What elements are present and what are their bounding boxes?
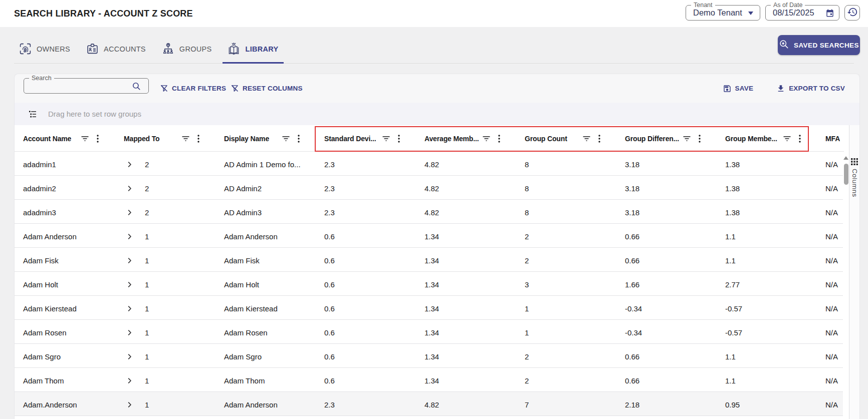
tab-groups[interactable]: GROUPS — [157, 35, 217, 63]
grid-header-row: Account Name Mapped To Display Name Stan… — [15, 125, 844, 152]
column-header-4[interactable]: Standard Devi... — [324, 125, 424, 152]
expand-chevron-icon[interactable] — [126, 401, 133, 408]
vertical-scrollbar[interactable] — [843, 152, 849, 419]
expand-chevron-icon[interactable] — [126, 161, 133, 168]
table-row-8[interactable]: Adam Rosen1Adam Rosen0.61.341-0.34-0.57N… — [15, 320, 844, 344]
cell: Adam Anderson — [224, 393, 324, 416]
as-of-date-field[interactable]: As of Date 08/15/2025 — [765, 5, 839, 21]
cell-value: 0.6 — [324, 376, 335, 385]
column-header-8[interactable]: Group Membe... — [725, 125, 825, 152]
column-header-3[interactable]: Display Name — [224, 125, 324, 152]
column-filter-icon[interactable] — [180, 135, 191, 142]
table-row-10[interactable]: Adam Thom1Adam Thom0.61.3420.661.1N/A — [15, 368, 844, 392]
tenant-select[interactable]: Tenant Demo Tenant — [686, 5, 760, 21]
table-row-6[interactable]: Adam Holt1Adam Holt0.61.3431.662.77N/A — [15, 272, 844, 296]
cell-value: 0.6 — [324, 304, 335, 313]
table-row-5[interactable]: Adam Fisk1Adam Fisk0.61.3420.661.1N/A — [15, 248, 844, 272]
column-filter-icon[interactable] — [79, 135, 90, 142]
cell: 0.6 — [324, 321, 424, 344]
calendar-icon[interactable] — [825, 9, 834, 18]
column-header-2[interactable]: Mapped To — [124, 125, 224, 152]
column-menu-icon[interactable] — [294, 135, 303, 143]
column-filter-icon[interactable] — [481, 135, 492, 142]
column-menu-icon[interactable] — [194, 135, 203, 143]
column-filter-icon[interactable] — [581, 135, 592, 142]
expand-chevron-icon[interactable] — [126, 185, 133, 192]
history-button[interactable] — [844, 5, 860, 21]
cell: Adam Rosen — [224, 321, 324, 344]
scrollbar-thumb[interactable] — [844, 164, 848, 185]
cell-value: 0.95 — [725, 400, 740, 409]
column-header-7[interactable]: Group Differen... — [625, 125, 725, 152]
cell-mapped-to: 1 — [124, 393, 224, 416]
expand-chevron-icon[interactable] — [126, 233, 133, 240]
column-menu-icon[interactable] — [495, 135, 504, 143]
cell-value: 0.6 — [324, 328, 335, 337]
active-tab-underline — [223, 62, 283, 64]
column-header-9[interactable]: MFA — [825, 125, 868, 152]
column-header-1[interactable]: Account Name — [23, 125, 123, 152]
column-menu-icon[interactable] — [93, 135, 102, 143]
columns-panel-tab[interactable]: Columns — [849, 158, 859, 197]
columns-panel-label: Columns — [851, 169, 858, 197]
column-header-label: MFA — [825, 135, 840, 143]
cell-value: AD Admin2 — [224, 184, 262, 193]
expand-chevron-icon[interactable] — [126, 281, 133, 288]
cell-value: 0.6 — [324, 352, 335, 361]
table-row-11[interactable]: Adam.Anderson1Adam Anderson2.34.8272.180… — [15, 392, 844, 416]
cell-value: N/A — [825, 208, 838, 217]
column-header-label: Group Differen... — [625, 135, 679, 143]
table-row-7[interactable]: Adam Kierstead1Adam Kierstead0.61.341-0.… — [15, 296, 844, 320]
table-row-9[interactable]: Adam Sgro1Adam Sgro0.61.3420.661.1N/A — [15, 344, 844, 368]
cell-value: adadmin2 — [23, 184, 56, 193]
tab-label: LIBRARY — [245, 45, 278, 53]
table-row-1[interactable]: adadmin12AD Admin 1 Demo fo...2.34.8283.… — [15, 152, 844, 176]
expand-chevron-icon[interactable] — [126, 305, 133, 312]
cell: Adam Holt — [23, 273, 123, 296]
table-row-4[interactable]: Adam Anderson1Adam Anderson0.61.3420.661… — [15, 224, 844, 248]
cell-value: 0.66 — [625, 376, 639, 385]
tab-library[interactable]: LIBRARY — [223, 35, 283, 63]
expand-chevron-icon[interactable] — [126, 353, 133, 360]
cell: Adam Sgro — [23, 345, 123, 368]
clear-filters-button[interactable]: CLEAR FILTERS — [160, 74, 226, 103]
cell: 8 — [525, 201, 625, 224]
column-menu-icon[interactable] — [394, 135, 403, 143]
column-filter-icon[interactable] — [681, 135, 692, 142]
expand-chevron-icon[interactable] — [126, 377, 133, 384]
column-filter-icon[interactable] — [781, 135, 792, 142]
clear-filters-label: CLEAR FILTERS — [172, 85, 226, 92]
tab-owners[interactable]: OWNERS — [14, 35, 75, 63]
reset-columns-button[interactable]: RESET COLUMNS — [231, 74, 303, 103]
cell-value: Adam Thom — [224, 376, 265, 385]
column-menu-icon[interactable] — [695, 135, 704, 143]
search-input[interactable] — [30, 79, 130, 93]
cell-value: 0.66 — [625, 256, 639, 265]
tab-accounts[interactable]: ACCOUNTS — [81, 35, 151, 63]
row-groups-icon — [29, 110, 37, 118]
column-menu-icon[interactable] — [795, 135, 804, 143]
table-row-2[interactable]: adadmin22AD Admin22.34.8283.181.38N/A — [15, 176, 844, 200]
scroll-up-arrow-icon[interactable] — [843, 156, 848, 160]
expand-chevron-icon[interactable] — [126, 257, 133, 264]
column-menu-icon[interactable] — [595, 135, 604, 143]
table-row-3[interactable]: adadmin32AD Admin32.34.8283.181.38N/A — [15, 200, 844, 224]
cell: 2.3 — [324, 177, 424, 200]
column-filter-icon[interactable] — [280, 135, 291, 142]
save-button[interactable]: SAVE — [723, 74, 754, 103]
expand-chevron-icon[interactable] — [126, 209, 133, 216]
saved-searches-button[interactable]: SAVED SEARCHES — [778, 35, 860, 55]
cell: 0.66 — [625, 225, 725, 248]
column-filter-icon[interactable] — [380, 135, 391, 142]
export-to-csv-button[interactable]: EXPORT TO CSV — [776, 74, 845, 103]
column-header-5[interactable]: Average Memb... — [424, 125, 525, 152]
cell: 0.66 — [625, 369, 725, 392]
expand-chevron-icon[interactable] — [126, 329, 133, 336]
column-header-label: Mapped To — [124, 135, 160, 143]
cell-value: 3 — [525, 280, 529, 289]
cell-value: 1 — [145, 352, 149, 361]
column-header-6[interactable]: Group Count — [525, 125, 625, 152]
cell: 3.18 — [625, 201, 725, 224]
cell: 1.38 — [725, 177, 825, 200]
row-groups-drop-zone[interactable]: Drag here to set row groups — [15, 103, 859, 125]
